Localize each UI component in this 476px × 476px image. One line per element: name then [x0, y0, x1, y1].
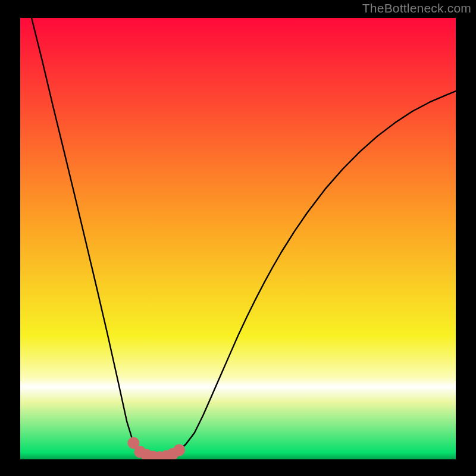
- chart-plot-area: [20, 18, 456, 459]
- chart-svg: [20, 18, 456, 459]
- sweet-spot-marker: [173, 444, 185, 456]
- watermark-text: TheBottleneck.com: [362, 1, 471, 15]
- chart-frame: TheBottleneck.com: [0, 0, 476, 476]
